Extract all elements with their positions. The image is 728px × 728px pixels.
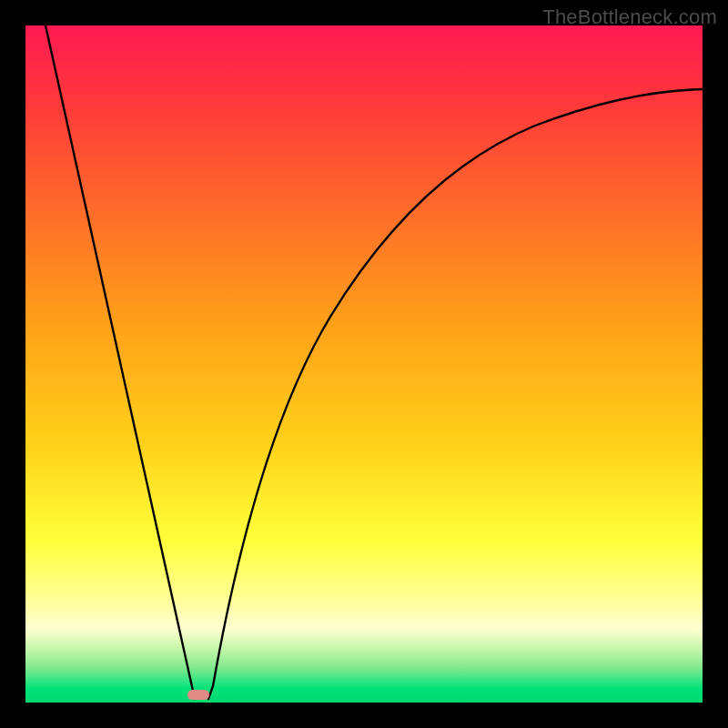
chart-plot-area <box>25 25 703 703</box>
left-line <box>46 25 195 699</box>
chart-curve <box>25 25 703 703</box>
bottleneck-marker <box>187 690 209 700</box>
right-curve <box>208 89 703 699</box>
